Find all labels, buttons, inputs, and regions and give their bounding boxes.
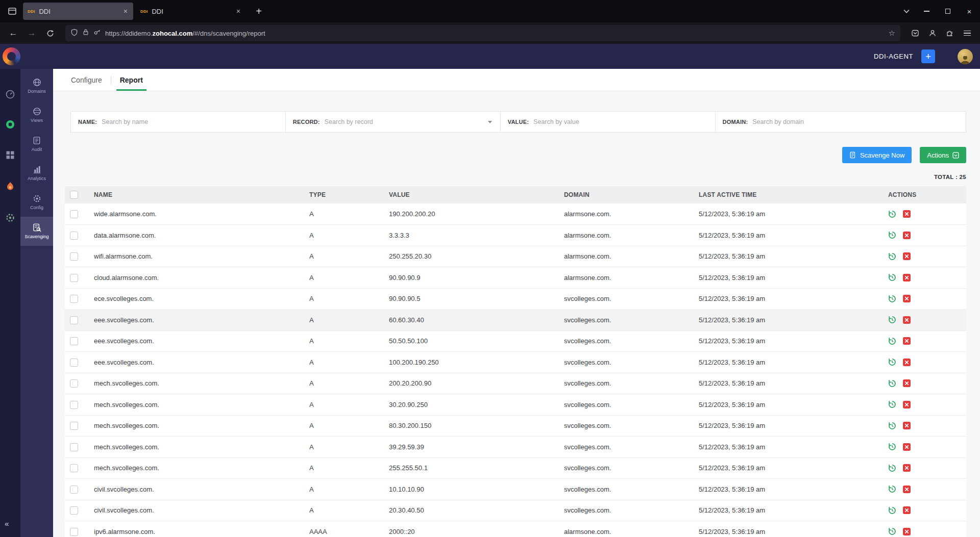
actions-button[interactable]: Actions [920,147,966,163]
restore-history-icon[interactable] [888,231,896,239]
table-row[interactable]: wifi.alarmsone.com. A 250.255.20.30 alar… [65,246,966,267]
table-row[interactable]: data.alarmsone.com. A 3.3.3.3 alarmsone.… [65,225,966,246]
menu-hamburger-icon[interactable] [960,25,975,41]
row-checkbox[interactable] [70,528,78,536]
close-tab-icon[interactable]: × [235,7,241,15]
table-row[interactable]: eee.svcolleges.com. A 100.200.190.250 sv… [65,352,966,373]
close-tab-icon[interactable]: × [122,7,129,15]
table-row[interactable]: ipv6.alarmsone.com. AAAA 2000::20 alarms… [65,521,966,537]
row-checkbox[interactable] [70,422,78,430]
browser-tab-1[interactable]: DDI DDI × [23,3,133,20]
rail-monitor-icon[interactable] [4,88,16,100]
delete-icon[interactable] [903,232,911,239]
delete-icon[interactable] [903,274,911,282]
forward-icon[interactable]: → [23,25,40,41]
sidebar-item-views[interactable]: Views [20,100,53,130]
filter-record[interactable]: RECORD: Search by record [286,112,501,132]
list-all-tabs-icon[interactable] [897,0,916,22]
restore-history-icon[interactable] [888,210,896,218]
restore-history-icon[interactable] [888,379,896,388]
chevron-down-icon[interactable] [488,121,492,123]
restore-history-icon[interactable] [888,464,896,472]
restore-history-icon[interactable] [888,527,896,535]
restore-history-icon[interactable] [888,400,896,408]
row-checkbox[interactable] [70,464,78,472]
row-checkbox[interactable] [70,359,78,367]
name-search-input[interactable] [102,118,278,125]
row-checkbox[interactable] [70,443,78,451]
table-row[interactable]: mech.svcolleges.com. A 255.255.50.1 svco… [65,457,966,479]
new-tab-button[interactable]: + [251,4,266,19]
extensions-puzzle-icon[interactable] [942,25,958,41]
row-checkbox[interactable] [70,316,78,324]
delete-icon[interactable] [903,359,911,366]
table-row[interactable]: civil.svcolleges.com. A 10.10.10.90 svco… [65,479,966,500]
delete-icon[interactable] [903,337,911,345]
row-checkbox[interactable] [70,210,78,218]
delete-icon[interactable] [903,464,911,472]
add-button[interactable]: + [921,49,935,63]
delete-icon[interactable] [903,422,911,429]
sidebar-item-analytics[interactable]: Analytics [20,159,53,188]
delete-icon[interactable] [903,443,911,451]
table-row[interactable]: cloud.alarmsone.com. A 90.90.90.9 alarms… [65,267,966,289]
table-row[interactable]: mech.svcolleges.com. A 200.20.200.90 svc… [65,373,966,394]
row-checkbox[interactable] [70,252,78,261]
table-row[interactable]: mech.svcolleges.com. A 80.30.200.150 svc… [65,415,966,437]
restore-history-icon[interactable] [888,337,896,345]
row-checkbox[interactable] [70,401,78,409]
row-checkbox[interactable] [70,506,78,515]
table-row[interactable]: wide.alarmsone.com. A 190.200.200.20 ala… [65,203,966,225]
url-bar[interactable]: https://ddidemo.zohocal.com/#/dns/scaven… [65,25,900,41]
restore-history-icon[interactable] [888,485,896,493]
account-icon[interactable] [925,25,940,41]
sidebar-item-scavenging[interactable]: Scavenging [20,217,53,246]
restore-history-icon[interactable] [888,358,896,366]
bookmark-star-icon[interactable]: ☆ [889,29,895,38]
lock-icon[interactable] [82,29,89,38]
rail-dns-active-icon[interactable] [4,118,16,131]
rail-settings-icon[interactable] [4,212,16,224]
tab-configure[interactable]: Configure [62,69,111,91]
delete-icon[interactable] [903,316,911,324]
table-row[interactable]: mech.svcolleges.com. A 30.20.90.250 svco… [65,394,966,416]
table-row[interactable]: ece.svcolleges.com. A 90.90.90.5 svcolle… [65,288,966,310]
delete-icon[interactable] [903,528,911,535]
window-minimize-button[interactable] [916,0,937,22]
restore-history-icon[interactable] [888,252,896,261]
sidebar-item-config[interactable]: Config [20,188,53,217]
reload-icon[interactable] [42,25,58,41]
delete-icon[interactable] [903,506,911,514]
delete-icon[interactable] [903,379,911,387]
row-checkbox[interactable] [70,337,78,345]
domain-search-input[interactable] [752,118,959,125]
restore-history-icon[interactable] [888,316,896,324]
row-checkbox[interactable] [70,379,78,388]
rail-modules-icon[interactable] [4,149,16,161]
window-maximize-button[interactable] [937,0,959,22]
rail-flame-icon[interactable] [4,180,16,192]
firefox-view-icon[interactable] [4,3,20,19]
browser-tab-2[interactable]: DDI DDI × [136,3,246,20]
restore-history-icon[interactable] [888,443,896,451]
restore-history-icon[interactable] [888,422,896,430]
delete-icon[interactable] [903,401,911,408]
delete-icon[interactable] [903,252,911,260]
shield-icon[interactable] [70,29,78,38]
restore-history-icon[interactable] [888,506,896,515]
collapse-sidebar-button[interactable]: « [5,519,9,528]
row-checkbox[interactable] [70,232,78,240]
table-row[interactable]: civil.svcolleges.com. A 20.30.40.50 svco… [65,500,966,521]
row-checkbox[interactable] [70,274,78,282]
table-row[interactable]: eee.svcolleges.com. A 50.50.50.100 svcol… [65,330,966,352]
row-checkbox[interactable] [70,485,78,494]
scavenge-now-button[interactable]: Scavenge Now [842,147,912,163]
delete-icon[interactable] [903,210,911,218]
delete-icon[interactable] [903,295,911,302]
table-row[interactable]: eee.svcolleges.com. A 60.60.30.40 svcoll… [65,310,966,331]
sidebar-item-domains[interactable]: Domains [20,71,53,100]
restore-history-icon[interactable] [888,273,896,282]
row-checkbox[interactable] [70,295,78,303]
delete-icon[interactable] [903,485,911,493]
key-permission-icon[interactable] [93,29,101,38]
